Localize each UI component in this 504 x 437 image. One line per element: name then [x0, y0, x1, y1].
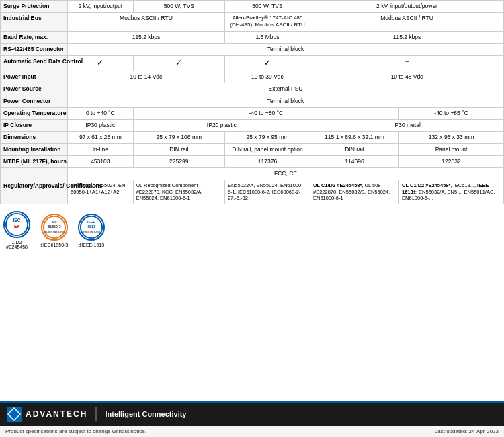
table-row: Regulatory/Approvals/ Certifications EN5… — [1, 180, 504, 204]
cell-value: 122832 — [399, 155, 504, 167]
cell-value: IP30 metal — [310, 119, 504, 131]
row-label: RS-422/485 Connector — [1, 43, 68, 55]
cell-value: 10 to 48 Vdc — [310, 71, 504, 83]
cell-value: 2 kV, input/output/power — [310, 1, 504, 13]
table-row: RS-422/485 Connector Terminal block — [1, 43, 504, 55]
iecex-logo-circle: IEC Ex — [3, 211, 30, 238]
row-label: IP Closure — [1, 119, 68, 131]
svg-text:61850-3: 61850-3 — [48, 225, 60, 229]
row-label: Surge Protection — [1, 1, 68, 13]
cell-value: 115.2 kbps — [68, 31, 225, 43]
svg-text:IEEE: IEEE — [87, 220, 95, 224]
row-label: Power Input — [1, 71, 68, 83]
cell-value: 225299 — [133, 155, 224, 167]
logos-section: IEC Ex 1/D2#E245458 IEC 61850-3 SUBSTATI… — [0, 204, 504, 256]
cell-value: IP30 plastic — [68, 119, 134, 131]
row-label — [1, 167, 68, 180]
logo-iecex: IEC Ex 1/D2#E245458 — [3, 211, 30, 249]
table-row: Operating Temperature 0 to +40 °C -40 to… — [1, 107, 504, 119]
iecex-label: 1/D2#E245458 — [6, 240, 28, 249]
cell-value: 115.2 kbps — [310, 31, 504, 43]
table-row: Mounting Installation In-line DIN rail D… — [1, 143, 504, 155]
spec-table-container: Surge Protection 2 kV, input/output 500 … — [0, 0, 504, 204]
table-row: Industrial Bus Modbus ASCII / RTU Allen-… — [1, 13, 504, 32]
brand-name: ADVANTECH — [26, 409, 87, 419]
footer: ADVANTECH Intelligent Connectivity Produ… — [0, 401, 504, 437]
cell-value: 500 W, TVS — [224, 1, 310, 13]
cell-value: 10 to 14 Vdc — [68, 71, 225, 83]
cell-value: DIN rail, panel mount option — [224, 143, 310, 155]
row-label: Power Connector — [1, 95, 68, 107]
footer-disclaimer: Product specifications are subject to ch… — [5, 428, 146, 434]
cell-value: UL C1/D2 #E245458*, IEC618..., IEEE-1613… — [399, 180, 504, 204]
svg-text:SUBSTATIONS: SUBSTATIONS — [83, 230, 101, 233]
cell-value: In-line — [68, 143, 134, 155]
cell-value: Panel mount — [399, 143, 504, 155]
table-row: Dimensions 97 x 61 x 25 mm 25 x 79 x 106… — [1, 131, 504, 143]
iec61850-logo-circle: IEC 61850-3 SUBSTATIONS — [41, 214, 68, 241]
cell-value: 25 x 79 x 106 mm — [133, 131, 224, 143]
cell-value: DIN rail — [133, 143, 224, 155]
cell-value: 114696 — [310, 155, 399, 167]
advantech-logo: ADVANTECH — [7, 407, 87, 422]
row-label: Mounting Installation — [1, 143, 68, 155]
ieee1613-label: ‡IEEE-1613 — [79, 243, 104, 247]
table-row: Surge Protection 2 kV, input/output 500 … — [1, 1, 504, 13]
table-row: IP Closure IP30 plastic IP20 plastic IP3… — [1, 119, 504, 131]
cell-value: 10 to 30 Vdc — [224, 71, 310, 83]
cell-value: 500 W, TVS — [133, 1, 224, 13]
iec61850-label: ‡IEC61850-3 — [40, 243, 68, 247]
footer-divider — [95, 407, 97, 421]
cell-value: Modbus ASCII / RTU — [310, 13, 504, 32]
row-label: MTBF (MIL217F), hours — [1, 155, 68, 167]
svg-text:IEC: IEC — [13, 218, 20, 223]
cell-value: – — [310, 55, 504, 71]
row-label: Baud Rate, max. — [1, 31, 68, 43]
cell-value: 2 kV, input/output — [68, 1, 134, 13]
table-row: Power Connector Terminal block — [1, 95, 504, 107]
svg-text:IEC: IEC — [51, 220, 57, 224]
cell-value: ✓ — [133, 55, 224, 71]
table-row: Power Source External PSU — [1, 83, 504, 95]
cell-value: 117376 — [224, 155, 310, 167]
footer-sub: Product specifications are subject to ch… — [0, 426, 504, 437]
table-row: MTBF (MIL217F), hours 453103 225299 1173… — [1, 155, 504, 167]
row-label: Operating Temperature — [1, 107, 68, 119]
cell-value: 1.5 Mbps — [224, 31, 310, 43]
cell-value: Allen-Bradley® 1747-AIC 485 (DH-485), Mo… — [224, 13, 310, 32]
ieee1613-logo-circle: IEEE 1613 SUBSTATIONS — [78, 214, 105, 241]
cell-value: UL Recognized Component #E222870, KCC, E… — [133, 180, 224, 204]
cell-value: IP20 plastic — [133, 119, 310, 131]
cell-value: ✓ — [224, 55, 310, 71]
table-row: Power Input 10 to 14 Vdc 10 to 30 Vdc 10… — [1, 71, 504, 83]
cell-value: DIN rail — [310, 143, 399, 155]
row-label: Industrial Bus — [1, 13, 68, 32]
cell-value: 25 x 79 x 95 mm — [224, 131, 310, 143]
cell-value: -40 to +80 °C — [133, 107, 398, 119]
cell-value: 132 x 93 x 33 mm — [399, 131, 504, 143]
logo-ieee1613: IEEE 1613 SUBSTATIONS ‡IEEE-1613 — [78, 214, 105, 247]
row-label: Regulatory/Approvals/ Certifications — [1, 180, 68, 204]
table-row: Automatic Send Data Control ✓ ✓ ✓ – — [1, 55, 504, 71]
cell-value: EN55032/A, EN55024, EN61000-6-1, IEC6100… — [224, 180, 310, 204]
cell-value: -40 to +85 °C — [399, 107, 504, 119]
cell-value: FCC, CE — [68, 167, 504, 180]
svg-rect-11 — [7, 407, 22, 422]
cell-value: External PSU — [68, 83, 504, 95]
footer-updated: Last updated: 24-Apr-2023 — [435, 428, 499, 434]
cell-value: Terminal block — [68, 43, 504, 55]
cell-value: Modbus ASCII / RTU — [68, 13, 225, 32]
main-content: Surge Protection 2 kV, input/output 500 … — [0, 0, 504, 256]
cell-value: Terminal block — [68, 95, 504, 107]
footer-tagline: Intelligent Connectivity — [105, 410, 186, 418]
row-label: Power Source — [1, 83, 68, 95]
table-row: Baud Rate, max. 115.2 kbps 1.5 Mbps 115.… — [1, 31, 504, 43]
row-label: Automatic Send Data Control — [1, 55, 68, 71]
spec-table: Surge Protection 2 kV, input/output 500 … — [0, 0, 504, 204]
svg-text:SUBSTATIONS: SUBSTATIONS — [44, 229, 65, 233]
footer-main: ADVANTECH Intelligent Connectivity — [0, 403, 504, 426]
row-label: Dimensions — [1, 131, 68, 143]
cell-value: 115.1 x 89.6 x 32.1 mm — [310, 131, 399, 143]
cell-value: EN55032, EN55024, EN-60950-1+A1+A12+A2 — [68, 180, 134, 204]
logo-iec61850: IEC 61850-3 SUBSTATIONS ‡IEC61850-3 — [40, 214, 68, 247]
